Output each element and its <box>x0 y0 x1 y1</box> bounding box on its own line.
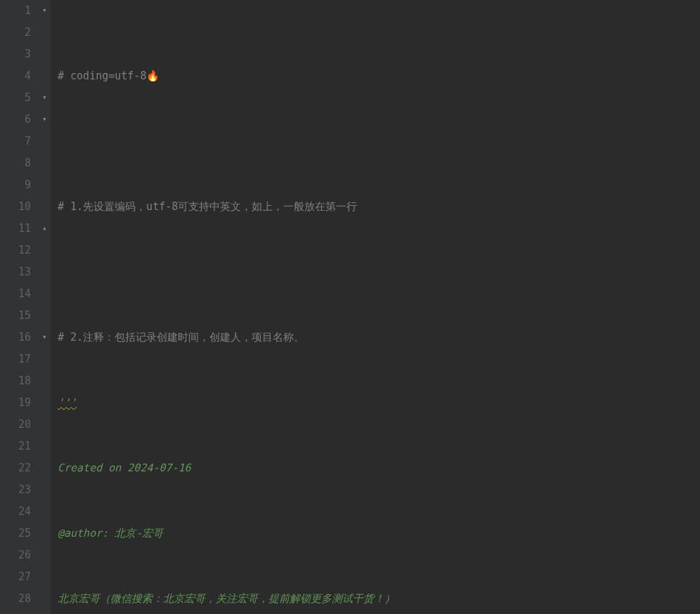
docstring-text: ''' <box>58 392 77 414</box>
line-number[interactable]: 11 <box>0 218 31 240</box>
line-number[interactable]: 17 <box>0 348 31 370</box>
code-line[interactable]: # coding=utf-8🔥 <box>58 65 700 87</box>
code-line[interactable] <box>58 131 700 152</box>
line-number[interactable]: 20 <box>0 414 31 436</box>
code-editor[interactable]: # coding=utf-8🔥 # 1.先设置编码，utf-8可支持中英文，如上… <box>51 0 700 614</box>
line-number[interactable]: 9 <box>0 174 31 196</box>
line-number[interactable]: 4 <box>0 65 31 87</box>
line-number[interactable]: 6 <box>0 109 31 131</box>
line-number[interactable]: 3 <box>0 44 31 65</box>
line-number[interactable]: 14 <box>0 283 31 305</box>
fire-icon: 🔥 <box>146 65 160 87</box>
line-number[interactable]: 25 <box>0 523 31 544</box>
line-number[interactable]: 28 <box>0 588 31 610</box>
line-number[interactable]: 23 <box>0 479 31 501</box>
line-number[interactable]: 8 <box>0 152 31 174</box>
line-number[interactable]: 22 <box>0 457 31 479</box>
line-number[interactable]: 24 <box>0 501 31 523</box>
line-number[interactable]: 1 <box>0 0 31 22</box>
code-line[interactable]: 北京宏哥（微信搜索：北京宏哥，关注宏哥，提前解锁更多测试干货！） <box>58 588 700 610</box>
line-number-gutter: 1 2 3 4 5 6 7 8 9 10 11 12 13 14 15 16 1… <box>0 0 41 614</box>
line-number[interactable]: 26 <box>0 544 31 566</box>
line-number[interactable]: 21 <box>0 436 31 457</box>
line-number[interactable]: 16 <box>0 327 31 348</box>
line-number[interactable]: 5 <box>0 87 31 109</box>
code-line[interactable]: @author: 北京-宏哥 <box>58 523 700 544</box>
code-line[interactable]: # 2.注释：包括记录创建时间，创建人，项目名称。 <box>58 327 700 348</box>
fold-marker-icon[interactable]: ▾ <box>42 116 48 122</box>
code-line[interactable]: # 1.先设置编码，utf-8可支持中英文，如上，一般放在第一行 <box>58 196 700 218</box>
comment-text: # 2.注释：包括记录创建时间，创建人，项目名称。 <box>58 327 304 348</box>
docstring-text: 北京宏哥（微信搜索：北京宏哥，关注宏哥，提前解锁更多测试干货！） <box>58 588 395 610</box>
line-number[interactable]: 15 <box>0 305 31 327</box>
fold-marker-icon[interactable]: ▾ <box>42 94 48 100</box>
fold-marker-icon[interactable]: ▾ <box>42 7 48 13</box>
line-number[interactable]: 7 <box>0 131 31 152</box>
line-number[interactable]: 19 <box>0 392 31 414</box>
code-line[interactable] <box>58 261 700 283</box>
docstring-text: @author: 北京-宏哥 <box>58 523 163 544</box>
fold-marker-icon[interactable]: ▾ <box>42 334 48 340</box>
code-line[interactable]: Created on 2024-07-16 <box>58 457 700 479</box>
line-number[interactable]: 12 <box>0 240 31 261</box>
comment-text: # coding=utf-8 <box>58 65 146 87</box>
fold-column: ▾ ▾ ▾ ▴ ▾ <box>41 0 51 614</box>
line-number[interactable]: 2 <box>0 22 31 44</box>
line-number[interactable]: 13 <box>0 261 31 283</box>
docstring-text: Created on 2024-07-16 <box>58 457 191 479</box>
code-line[interactable]: ''' <box>58 392 700 414</box>
line-number[interactable]: 27 <box>0 566 31 588</box>
line-number[interactable]: 10 <box>0 196 31 218</box>
fold-marker-icon[interactable]: ▴ <box>42 225 48 231</box>
line-number[interactable]: 18 <box>0 370 31 392</box>
comment-text: # 1.先设置编码，utf-8可支持中英文，如上，一般放在第一行 <box>58 196 357 218</box>
